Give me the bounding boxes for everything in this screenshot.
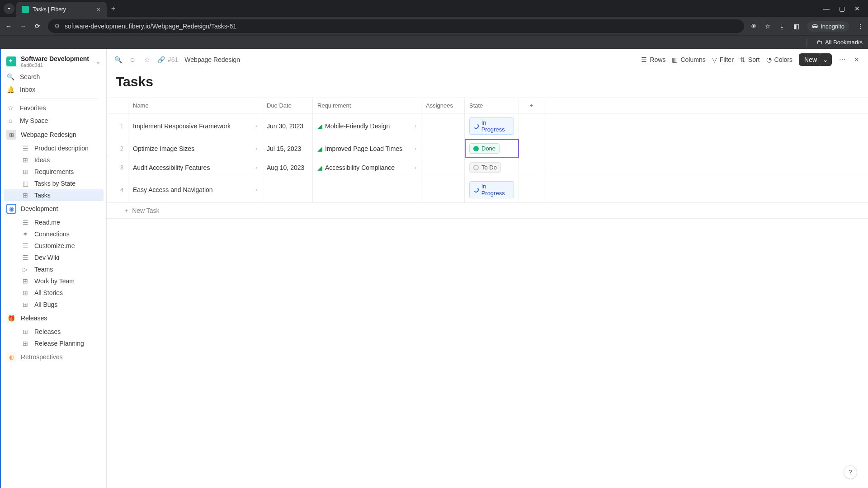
cell-state[interactable]: To Do xyxy=(465,158,519,177)
state-badge[interactable]: In Progress xyxy=(469,117,514,135)
cell-due-date[interactable]: Jul 15, 2023 xyxy=(262,139,313,158)
cell-name[interactable]: Audit Accessibility Features› xyxy=(128,158,262,177)
sidebar-item-customize[interactable]: ☰Customize.me xyxy=(4,240,104,252)
all-bookmarks-button[interactable]: 🗀 All Bookmarks xyxy=(816,39,863,46)
sidebar-search[interactable]: 🔍 Search xyxy=(1,70,106,83)
expand-icon[interactable]: › xyxy=(415,164,416,171)
cell-state[interactable]: In Progress xyxy=(465,113,519,139)
url-field[interactable]: ⚙ software-development.fibery.io/Webpage… xyxy=(48,19,744,33)
sidebar-space-development[interactable]: ◉ Development xyxy=(1,201,106,216)
cell-requirement[interactable] xyxy=(313,177,421,202)
expand-icon[interactable]: › xyxy=(255,145,257,152)
sidebar-item-requirements[interactable]: ⊞Requirements xyxy=(4,166,104,178)
tab-close-button[interactable]: ✕ xyxy=(96,6,101,13)
cell-requirement[interactable]: ◢Accessibility Compliance› xyxy=(313,158,421,177)
minimize-button[interactable]: — xyxy=(823,5,830,12)
forward-button[interactable]: → xyxy=(19,23,27,30)
table-row[interactable]: 4 Easy Access and Navigation› In Progres… xyxy=(107,177,868,203)
sidebar-item-connections[interactable]: ✶Connections xyxy=(4,228,104,240)
sort-button[interactable]: ⇅Sort xyxy=(740,56,760,63)
expand-icon[interactable]: › xyxy=(415,123,416,129)
sidebar-space-releases[interactable]: 🎁 Releases xyxy=(1,310,106,326)
workspace-switcher[interactable]: Software Development 6ad8d3d1 ⌄ xyxy=(1,52,106,70)
sidebar-item-teams[interactable]: ▷Teams xyxy=(4,263,104,275)
side-panel-icon[interactable]: ◧ xyxy=(793,23,799,30)
expand-icon[interactable]: › xyxy=(255,164,257,171)
tab-search-button[interactable] xyxy=(4,3,14,14)
site-settings-icon[interactable]: ⚙ xyxy=(54,23,60,30)
cell-assignees[interactable] xyxy=(421,158,465,177)
table-row[interactable]: 1 Implement Responsive Framework› Jun 30… xyxy=(107,113,868,139)
emoji-button[interactable]: ☺ xyxy=(128,56,137,63)
close-panel-button[interactable]: ✕ xyxy=(853,56,861,63)
cell-due-date[interactable] xyxy=(262,177,313,202)
state-badge[interactable]: To Do xyxy=(469,162,501,173)
col-assignees-header[interactable]: Assignees xyxy=(421,98,465,113)
help-button[interactable]: ? xyxy=(844,465,857,479)
more-button[interactable]: ⋯ xyxy=(838,56,846,63)
sidebar-item-tasks[interactable]: ⊞Tasks xyxy=(4,189,104,201)
eye-off-icon[interactable]: 👁 xyxy=(750,23,757,30)
expand-icon[interactable]: › xyxy=(255,123,257,129)
expand-icon[interactable]: › xyxy=(415,145,416,152)
maximize-button[interactable]: ▢ xyxy=(838,5,845,12)
table-row[interactable]: 2 Optimize Image Sizes› Jul 15, 2023 ◢Im… xyxy=(107,139,868,158)
new-tab-button[interactable]: + xyxy=(111,5,115,13)
state-badge[interactable]: Done xyxy=(469,143,500,154)
browser-menu-button[interactable]: ⋮ xyxy=(857,23,863,30)
add-column-button[interactable]: + xyxy=(519,98,544,113)
favorite-button[interactable]: ☆ xyxy=(143,56,151,63)
table-row[interactable]: 3 Audit Accessibility Features› Aug 10, … xyxy=(107,158,868,177)
sidebar-space-webpage-redesign[interactable]: ⊞ Webpage Redesign xyxy=(1,127,106,142)
reload-button[interactable]: ⟳ xyxy=(33,23,42,30)
cell-assignees[interactable] xyxy=(421,139,465,158)
board-icon: ▥ xyxy=(23,180,30,187)
col-name-header[interactable]: Name xyxy=(128,98,262,113)
back-button[interactable]: ← xyxy=(5,23,13,30)
sidebar-item-ideas[interactable]: ⊞Ideas xyxy=(4,154,104,166)
close-window-button[interactable]: ✕ xyxy=(854,5,861,12)
rows-button[interactable]: ☰Rows xyxy=(641,56,665,63)
col-requirement-header[interactable]: Requirement xyxy=(313,98,421,113)
cell-state[interactable]: In Progress xyxy=(465,177,519,202)
sidebar-item-product-description[interactable]: ☰Product description xyxy=(4,142,104,154)
cell-requirement[interactable]: ◢Improved Page Load Times› xyxy=(313,139,421,158)
cell-name[interactable]: Easy Access and Navigation› xyxy=(128,177,262,202)
sidebar-item-release-planning[interactable]: ⊞Release Planning xyxy=(4,338,104,349)
col-state-header[interactable]: State xyxy=(465,98,519,113)
cell-due-date[interactable]: Jun 30, 2023 xyxy=(262,113,313,139)
sidebar-space-retrospectives[interactable]: ◐ Retrospectives xyxy=(1,349,106,365)
cell-name[interactable]: Optimize Image Sizes› xyxy=(128,139,262,158)
sidebar-item-tasks-by-state[interactable]: ▥Tasks by State xyxy=(4,178,104,189)
cell-state[interactable]: Done xyxy=(465,139,519,158)
incognito-badge[interactable]: 🕶 Incognito xyxy=(807,21,849,32)
breadcrumb-id: #61 xyxy=(168,56,178,63)
bookmark-star-icon[interactable]: ☆ xyxy=(765,23,771,30)
sidebar-item-readme[interactable]: ☰Read.me xyxy=(4,216,104,228)
cell-assignees[interactable] xyxy=(421,177,465,202)
breadcrumb[interactable]: 🔗 #61 Webpage Redesign xyxy=(157,56,240,63)
sidebar-inbox[interactable]: 🔔 Inbox xyxy=(1,83,106,96)
cell-assignees[interactable] xyxy=(421,113,465,139)
downloads-icon[interactable]: ⭳ xyxy=(779,23,785,30)
columns-button[interactable]: ▥Columns xyxy=(672,56,705,63)
sidebar-item-releases[interactable]: ⊞Releases xyxy=(4,326,104,338)
col-due-header[interactable]: Due Date xyxy=(262,98,313,113)
sidebar-my-space[interactable]: ⌂ My Space xyxy=(1,114,106,127)
new-dropdown-button[interactable]: ⌄ xyxy=(819,53,832,66)
sidebar-item-all-stories[interactable]: ⊞All Stories xyxy=(4,287,104,299)
cell-name[interactable]: Implement Responsive Framework› xyxy=(128,113,262,139)
new-task-row[interactable]: +New Task xyxy=(107,203,868,219)
expand-icon[interactable]: › xyxy=(255,187,257,193)
sidebar-favorites[interactable]: ☆ Favorites xyxy=(1,102,106,114)
colors-button[interactable]: ◔Colors xyxy=(766,56,793,63)
sidebar-item-dev-wiki[interactable]: ☰Dev Wiki xyxy=(4,252,104,263)
state-badge[interactable]: In Progress xyxy=(469,181,514,198)
cell-due-date[interactable]: Aug 10, 2023 xyxy=(262,158,313,177)
browser-tab[interactable]: Tasks | Fibery ✕ xyxy=(16,2,107,17)
cell-requirement[interactable]: ◢Mobile-Friendly Design› xyxy=(313,113,421,139)
search-button[interactable]: 🔍 xyxy=(114,56,122,63)
filter-button[interactable]: ▽Filter xyxy=(712,56,734,63)
sidebar-item-work-by-team[interactable]: ⊞Work by Team xyxy=(4,275,104,287)
sidebar-item-all-bugs[interactable]: ⊞All Bugs xyxy=(4,299,104,310)
